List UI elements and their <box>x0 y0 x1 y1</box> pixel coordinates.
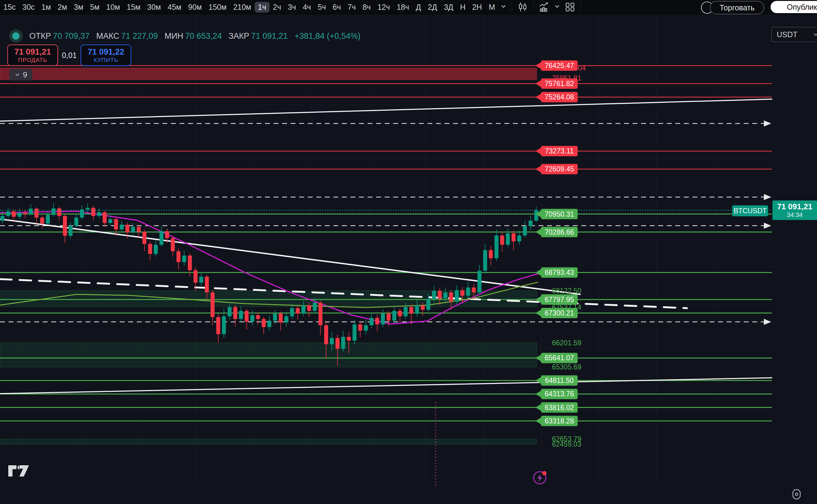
interval-button-210м[interactable]: 210м <box>230 2 255 13</box>
candle-body <box>74 218 78 226</box>
candle-body <box>313 303 317 311</box>
candle-body <box>63 216 67 236</box>
buy-price: 71 091,22 <box>88 47 124 57</box>
interval-button-2м[interactable]: 2м <box>54 2 70 13</box>
interval-buttons: 15с30с1м2м3м5м10м15м30м45м90м150м210м1ч2… <box>0 2 498 13</box>
interval-button-15м[interactable]: 15м <box>123 2 144 13</box>
high-value: 71 227,09 <box>121 31 158 41</box>
candle-body <box>455 290 459 301</box>
candle-body <box>125 225 129 232</box>
interval-button-3м[interactable]: 3м <box>70 2 87 13</box>
interval-button-1ч[interactable]: 1ч <box>255 2 269 13</box>
candle-body <box>171 238 175 251</box>
price-level-tag-text: 63318.28 <box>545 417 574 425</box>
interval-button-5м[interactable]: 5м <box>87 2 103 13</box>
candle-body <box>523 226 527 236</box>
buy-button[interactable]: 71 091,22 КУПИТЬ <box>81 45 131 66</box>
price-level-tag-text: 64811.50 <box>545 376 574 384</box>
interval-button-30м[interactable]: 30м <box>144 2 164 13</box>
candle-body <box>86 208 90 209</box>
price-level-tag-text: 73273.11 <box>545 147 574 155</box>
interval-button-5ч[interactable]: 5ч <box>314 2 329 13</box>
candle-body <box>375 318 379 324</box>
candle-body <box>193 270 197 283</box>
candle-body <box>29 209 33 214</box>
tradingview-logo[interactable] <box>7 464 30 478</box>
session-clock-icon[interactable] <box>791 489 802 500</box>
interval-button-10м[interactable]: 10м <box>103 2 123 13</box>
interval-button-2Н[interactable]: 2Н <box>469 2 486 13</box>
price-level-tag-text: 70950.31 <box>545 210 574 218</box>
buy-label: КУПИТЬ <box>94 57 118 63</box>
interval-more-chevron-icon[interactable] <box>498 2 509 13</box>
candle-body <box>216 317 220 334</box>
candle-body <box>495 236 499 258</box>
candle-body <box>103 212 107 223</box>
candle-body <box>534 210 538 221</box>
price-level-tag-text: 68793.43 <box>545 268 574 276</box>
close-label: ЗАКР <box>228 31 249 41</box>
interval-button-1м[interactable]: 1м <box>38 2 54 13</box>
interval-button-15с[interactable]: 15с <box>0 2 19 13</box>
candle-body <box>154 245 158 254</box>
candle-body <box>466 287 470 296</box>
candle-body <box>108 219 112 223</box>
interval-button-М[interactable]: М <box>486 2 499 13</box>
candle-body <box>403 307 407 316</box>
demand-zone <box>0 439 537 444</box>
trade-button[interactable]: Торговать <box>710 1 764 14</box>
price-level-tag-text: 75761.82 <box>545 80 574 88</box>
candle-body <box>6 211 10 216</box>
interval-button-90м[interactable]: 90м <box>185 2 205 13</box>
ohlc-legend: ОТКР 70 709,37 МАКС 71 227,09 МИН 70 653… <box>9 29 367 43</box>
candle-body <box>529 221 533 226</box>
sell-button[interactable]: 71 091,21 ПРОДАТЬ <box>7 45 58 66</box>
bar-countdown: 34:34 <box>787 211 803 218</box>
high-label: МАКС <box>96 31 119 41</box>
candle-body <box>432 291 436 299</box>
interval-button-18ч[interactable]: 18ч <box>393 2 413 13</box>
layout-grid-icon[interactable] <box>565 2 575 12</box>
candle-body <box>256 315 260 319</box>
candle-body <box>517 236 521 242</box>
candle-body <box>91 208 95 216</box>
demand-zone <box>0 343 537 367</box>
candle-body <box>358 324 362 330</box>
interval-button-2ч[interactable]: 2ч <box>269 2 284 13</box>
publish-button[interactable]: Опубликовать <box>771 1 817 13</box>
compare-chevron-icon[interactable] <box>554 3 561 11</box>
candle-body <box>143 232 146 244</box>
interval-button-150м[interactable]: 150м <box>205 2 230 13</box>
interval-button-8ч[interactable]: 8ч <box>359 2 374 13</box>
interval-button-2Д[interactable]: 2Д <box>425 2 441 13</box>
candle-body <box>244 311 248 322</box>
price-level-tag-text: 65641.07 <box>545 354 574 362</box>
candle-body <box>427 299 431 310</box>
interval-button-12ч[interactable]: 12ч <box>374 2 393 13</box>
collapsed-indicators-toggle[interactable]: 9 <box>9 69 32 81</box>
toolbar-divider <box>512 3 512 11</box>
symbol-status-icon[interactable] <box>9 29 23 43</box>
candlestick-chart[interactable]: 0475951.8168122.5067537.1466201.5965305.… <box>0 0 817 504</box>
candle-body <box>131 227 135 232</box>
interval-button-3ч[interactable]: 3ч <box>284 2 299 13</box>
interval-button-Н[interactable]: Н <box>457 2 469 13</box>
price-level-tag-text: 76425.47 <box>545 62 574 70</box>
top-toolbar: 15с30с1м2м3м5м10м15м30м45м90м150м210м1ч2… <box>0 0 817 14</box>
interval-button-3Д[interactable]: 3Д <box>441 2 457 13</box>
candlestick-style-icon[interactable] <box>518 2 528 12</box>
interval-button-6ч[interactable]: 6ч <box>329 2 344 13</box>
candle-body <box>489 250 493 258</box>
interval-button-Д[interactable]: Д <box>413 2 425 13</box>
interval-button-7ч[interactable]: 7ч <box>344 2 359 13</box>
interval-button-30с[interactable]: 30с <box>19 2 38 13</box>
price-level-tag-text: 63816.02 <box>545 404 574 412</box>
compare-chart-icon[interactable] <box>539 2 550 12</box>
currency-select[interactable]: USDT <box>771 27 817 42</box>
zone-price-text: 68122.50 <box>552 287 581 295</box>
candle-body <box>52 208 56 215</box>
interval-button-4ч[interactable]: 4ч <box>299 2 314 13</box>
interval-button-45м[interactable]: 45м <box>164 2 185 13</box>
spread-value: 0,01 <box>58 51 81 60</box>
candle-body <box>205 277 209 293</box>
